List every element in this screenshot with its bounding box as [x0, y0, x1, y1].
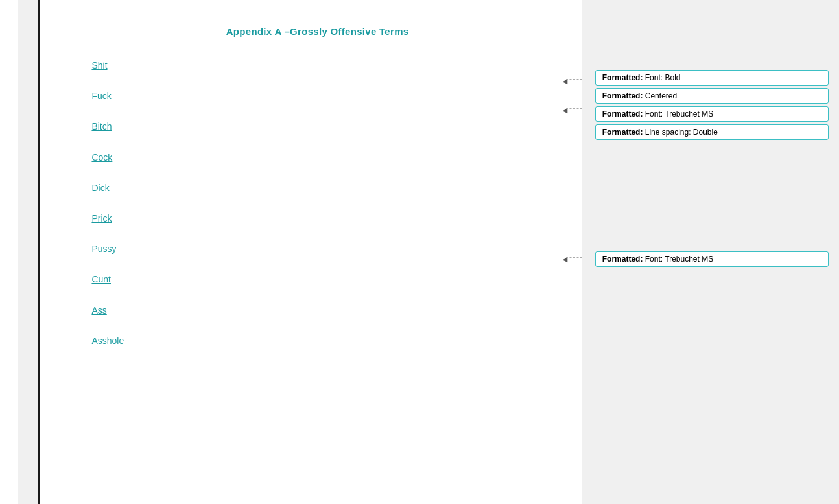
left-margin [0, 0, 18, 504]
formatted-value-trebuchet-single: Font: Trebuchet MS [645, 255, 713, 264]
formatted-value-centered: Centered [645, 91, 677, 100]
page-title: Appendix A –Grossly Offensive Terms [91, 26, 543, 37]
sidebar-area: Formatted: Font: Bold Formatted: Centere… [582, 0, 839, 504]
formatted-box-trebuchet-single: Formatted: Font: Trebuchet MS [595, 251, 829, 267]
term-fuck[interactable]: Fuck [91, 88, 543, 104]
document-area: Appendix A –Grossly Offensive Terms Shit… [38, 0, 582, 504]
formatted-box-linespacing: Formatted: Line spacing: Double [595, 124, 829, 140]
term-shit[interactable]: Shit [91, 58, 543, 74]
term-prick[interactable]: Prick [91, 211, 543, 227]
formatted-label-trebuchet: Formatted: [602, 109, 643, 119]
formatted-value-bold: Font: Bold [645, 73, 681, 82]
term-cunt[interactable]: Cunt [91, 271, 543, 288]
formatted-box-bold: Formatted: Font: Bold [595, 70, 829, 86]
dashed-line-title [566, 79, 582, 80]
dashed-line-shit [566, 108, 582, 109]
formatted-label-bold: Formatted: [602, 73, 643, 82]
formatted-label-linespacing: Formatted: [602, 128, 643, 137]
term-dick[interactable]: Dick [91, 180, 543, 196]
arrow-prick: ◄ [561, 255, 569, 265]
term-bitch[interactable]: Bitch [91, 119, 543, 135]
terms-list: Shit Fuck Bitch Cock Dick Prick Pussy Cu… [91, 58, 543, 349]
formatted-box-trebuchet: Formatted: Font: Trebuchet MS [595, 106, 829, 122]
formatted-box-centered: Formatted: Centered [595, 88, 829, 104]
dashed-line-prick [566, 257, 582, 258]
formatted-label-centered: Formatted: [602, 91, 643, 100]
term-asshole[interactable]: Asshole [91, 333, 543, 349]
formatted-group-title: Formatted: Font: Bold Formatted: Centere… [595, 70, 829, 140]
term-cock[interactable]: Cock [91, 150, 543, 166]
term-ass[interactable]: Ass [91, 303, 543, 319]
formatted-value-trebuchet: Font: Trebuchet MS [645, 109, 713, 119]
formatted-label-trebuchet-single: Formatted: [602, 255, 643, 264]
term-pussy[interactable]: Pussy [91, 241, 543, 257]
arrow-title: ◄ [561, 76, 569, 87]
formatted-value-linespacing: Line spacing: Double [645, 128, 718, 137]
arrow-shit: ◄ [561, 106, 569, 116]
